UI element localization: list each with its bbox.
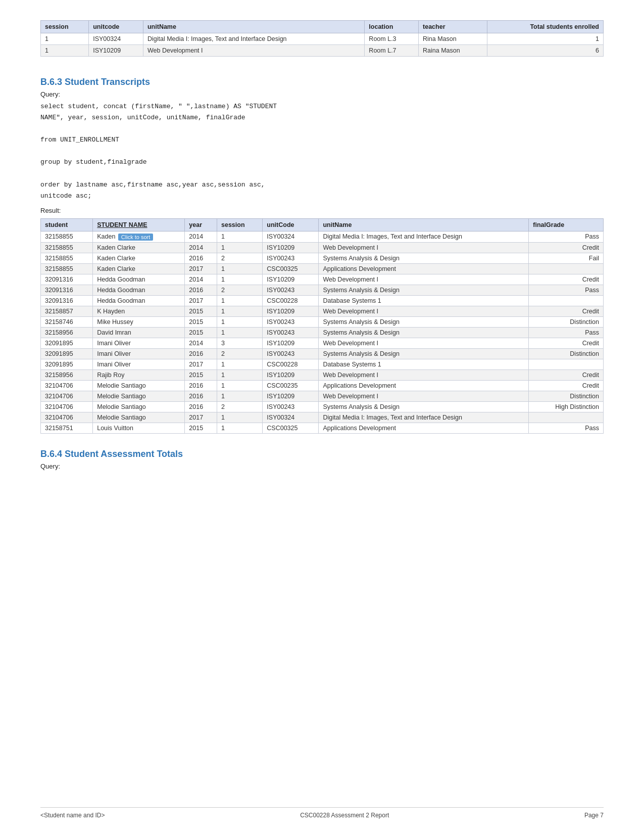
cell-finalgrade: Credit [529, 242, 604, 253]
cell-year: 2017 [185, 359, 217, 369]
cell-session: 1 [41, 33, 89, 45]
table-row: 32158956 David Imran 2015 1 ISY00243 Sys… [41, 327, 604, 338]
cell-year: 2014 [185, 242, 217, 253]
top-data-table: session unitcode unitName location teach… [40, 20, 604, 57]
cell-session: 2 [217, 285, 262, 295]
cell-unitcode: CSC00228 [263, 359, 319, 369]
col-unitcode: unitCode [263, 218, 319, 231]
cell-year: 2016 [185, 380, 217, 391]
cell-student-name: David Imran [93, 327, 185, 338]
cell-session: 1 [217, 316, 262, 327]
cell-student-name: Kaden Clarke [93, 263, 185, 274]
cell-year: 2017 [185, 263, 217, 274]
cell-session: 2 [217, 348, 262, 359]
cell-unitcode: ISY10209 [263, 338, 319, 348]
query-label-b63: Query: [40, 90, 604, 98]
cell-session: 3 [217, 338, 262, 348]
cell-session: 1 [217, 274, 262, 285]
cell-session: 1 [217, 391, 262, 401]
cell-location: Room L.3 [365, 33, 419, 45]
table-row: 32158751 Louis Vuitton 2015 1 CSC00325 A… [41, 423, 604, 433]
cell-year: 2014 [185, 338, 217, 348]
cell-finalgrade: Distinction [529, 316, 604, 327]
cell-student: 32091895 [41, 348, 93, 359]
cell-student: 32104706 [41, 401, 93, 412]
cell-session: 1 [41, 45, 89, 57]
cell-student: 32091316 [41, 295, 93, 306]
cell-year: 2015 [185, 316, 217, 327]
cell-year: 2017 [185, 412, 217, 423]
cell-student-name: Kaden Clarke [93, 253, 185, 263]
table-row: 32158857 K Hayden 2015 1 ISY10209 Web De… [41, 306, 604, 316]
cell-student: 32158956 [41, 369, 93, 380]
col-unitcode: unitcode [89, 21, 143, 33]
cell-unitcode: ISY00243 [263, 327, 319, 338]
cell-unitname: Systems Analysis & Design [319, 316, 529, 327]
cell-unitname: Digital Media I: Images, Text and Interf… [143, 33, 364, 45]
cell-finalgrade: Pass [529, 285, 604, 295]
cell-student-name: Melodie Santiago [93, 391, 185, 401]
cell-unitcode: CSC00235 [263, 380, 319, 391]
table-row: 32091895 Imani Oliver 2017 1 CSC00228 Da… [41, 359, 604, 369]
cell-unitname: Database Systems 1 [319, 295, 529, 306]
cell-year: 2015 [185, 327, 217, 338]
cell-student-name: Mike Hussey [93, 316, 185, 327]
cell-student-name: Rajib Roy [93, 369, 185, 380]
cell-unitname: Systems Analysis & Design [319, 348, 529, 359]
cell-unitcode: ISY10209 [263, 391, 319, 401]
cell-unitcode: ISY10209 [263, 242, 319, 253]
sort-badge[interactable]: Click to sort [118, 234, 153, 241]
cell-unitcode: ISY10209 [263, 306, 319, 316]
cell-student: 32091316 [41, 285, 93, 295]
cell-session: 1 [217, 295, 262, 306]
cell-finalgrade: Credit [529, 274, 604, 285]
cell-year: 2016 [185, 391, 217, 401]
cell-unitcode: ISY00243 [263, 401, 319, 412]
col-location: location [365, 21, 419, 33]
cell-student: 32158751 [41, 423, 93, 433]
cell-unitcode: ISY10209 [89, 45, 143, 57]
cell-session: 1 [217, 306, 262, 316]
cell-unitcode: ISY00243 [263, 348, 319, 359]
cell-student-name: Melodie Santiago [93, 412, 185, 423]
query-code-b63: select student, concat (firstName, " ",l… [40, 101, 604, 202]
cell-student: 32158855 [41, 242, 93, 253]
cell-year: 2014 [185, 274, 217, 285]
cell-unitname: Web Development I [319, 242, 529, 253]
cell-student: 32158855 [41, 231, 93, 242]
cell-year: 2016 [185, 348, 217, 359]
cell-total: 1 [487, 33, 603, 45]
cell-finalgrade [529, 412, 604, 423]
cell-student-name: Kaden Clarke [93, 242, 185, 253]
cell-unitcode: ISY10209 [263, 369, 319, 380]
table-row: 32158855 Kaden Clarke 2016 2 ISY00243 Sy… [41, 253, 604, 263]
cell-teacher: Rina Mason [419, 33, 487, 45]
cell-session: 2 [217, 253, 262, 263]
cell-student: 32091895 [41, 359, 93, 369]
page-footer: <Student name and ID> CSC00228 Assessmen… [40, 807, 604, 819]
col-unitname: unitName [319, 218, 529, 231]
cell-session: 1 [217, 327, 262, 338]
cell-session: 1 [217, 412, 262, 423]
cell-finalgrade: Credit [529, 306, 604, 316]
cell-student: 32091316 [41, 274, 93, 285]
cell-student: 32158956 [41, 327, 93, 338]
table-row: 32104706 Melodie Santiago 2016 2 ISY0024… [41, 401, 604, 412]
cell-student-name: Melodie Santiago [93, 401, 185, 412]
col-session: session [217, 218, 262, 231]
cell-total: 6 [487, 45, 603, 57]
cell-year: 2015 [185, 306, 217, 316]
table-row: 32091895 Imani Oliver 2014 3 ISY10209 We… [41, 338, 604, 348]
cell-student: 32158855 [41, 253, 93, 263]
cell-finalgrade: Fail [529, 253, 604, 263]
transcripts-table: student STUDENT NAME year session unitCo… [40, 218, 604, 434]
cell-unitname: Database Systems 1 [319, 359, 529, 369]
cell-session: 1 [217, 423, 262, 433]
cell-student-name: Louis Vuitton [93, 423, 185, 433]
cell-unitname: Systems Analysis & Design [319, 285, 529, 295]
footer-left: <Student name and ID> [40, 812, 105, 819]
section-b63-heading: B.6.3 Student Transcripts [40, 77, 604, 87]
cell-student-name: K Hayden [93, 306, 185, 316]
cell-finalgrade: High Distinction [529, 401, 604, 412]
cell-finalgrade: Credit [529, 338, 604, 348]
